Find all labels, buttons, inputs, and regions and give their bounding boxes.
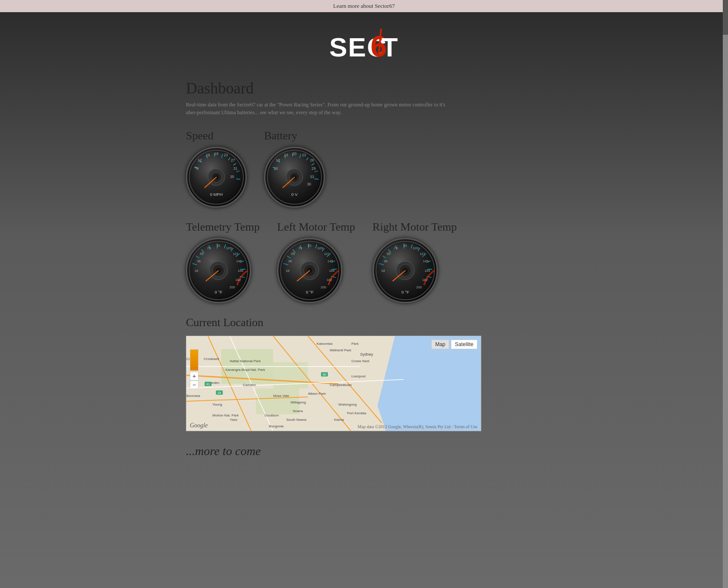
svg-text:18: 18 bbox=[286, 269, 290, 273]
zoom-in-button[interactable]: + bbox=[190, 372, 199, 380]
speed-label: Speed bbox=[186, 129, 214, 142]
left-motor-temp-gauge-svg: 18 36 55 73 91 109 127 145 164 182 200 bbox=[278, 239, 341, 302]
svg-text:Moss Vale: Moss Vale bbox=[273, 394, 289, 398]
svg-text:0 V: 0 V bbox=[291, 192, 298, 197]
svg-text:Yass: Yass bbox=[230, 418, 237, 422]
battery-gauge-bg: 10 13 16 20 23 26 29 33 36 bbox=[264, 147, 325, 208]
svg-text:Crows Nest: Crows Nest bbox=[351, 359, 370, 363]
svg-text:33: 33 bbox=[310, 175, 314, 179]
svg-text:73: 73 bbox=[207, 246, 211, 250]
svg-text:Mittagong: Mittagong bbox=[291, 400, 306, 404]
zoom-out-button[interactable]: − bbox=[190, 380, 199, 389]
svg-text:73: 73 bbox=[298, 246, 302, 250]
svg-text:127: 127 bbox=[324, 252, 330, 256]
svg-text:TOR: TOR bbox=[381, 32, 399, 62]
left-motor-temp-gauge: 18 36 55 73 91 109 127 145 164 182 200 bbox=[277, 238, 342, 303]
svg-text:91: 91 bbox=[308, 244, 312, 248]
svg-line-82 bbox=[287, 256, 291, 258]
svg-line-36 bbox=[314, 171, 318, 172]
svg-text:18: 18 bbox=[195, 269, 199, 273]
telemetry-temp-label: Telemetry Temp bbox=[186, 221, 260, 234]
svg-text:200: 200 bbox=[321, 285, 326, 289]
svg-text:Camden: Camden bbox=[243, 383, 256, 387]
svg-text:Bungonia: Bungonia bbox=[269, 424, 284, 428]
svg-text:13: 13 bbox=[276, 158, 280, 162]
svg-text:8: 8 bbox=[197, 166, 199, 171]
svg-text:182: 182 bbox=[327, 278, 332, 282]
svg-text:55: 55 bbox=[387, 252, 390, 256]
svg-text:182: 182 bbox=[422, 278, 427, 282]
svg-text:91: 91 bbox=[217, 244, 221, 248]
svg-text:60: 60 bbox=[323, 373, 326, 376]
svg-text:18: 18 bbox=[381, 269, 385, 273]
svg-text:164: 164 bbox=[238, 269, 244, 273]
svg-line-33 bbox=[300, 154, 301, 158]
svg-text:0 °F: 0 °F bbox=[401, 290, 409, 294]
map-view-button[interactable]: Map bbox=[431, 340, 449, 349]
svg-text:Wollongong: Wollongong bbox=[338, 403, 357, 406]
svg-text:23: 23 bbox=[302, 153, 306, 157]
svg-text:109: 109 bbox=[226, 246, 232, 250]
svg-line-35 bbox=[311, 163, 314, 165]
svg-line-12 bbox=[236, 171, 239, 172]
location-title: Current Location bbox=[186, 316, 542, 329]
svg-text:91: 91 bbox=[403, 244, 407, 248]
svg-text:27: 27 bbox=[231, 158, 235, 162]
svg-line-11 bbox=[233, 163, 236, 165]
location-section: Current Location bbox=[186, 316, 542, 431]
svg-line-81 bbox=[284, 264, 288, 265]
more-text: ...more to come bbox=[186, 444, 542, 458]
logo: SEC 6 TOR bbox=[329, 25, 399, 66]
svg-text:127: 127 bbox=[233, 252, 238, 256]
map-zoom-controls: + − bbox=[190, 349, 199, 389]
svg-text:73: 73 bbox=[394, 246, 397, 250]
page-subtitle: Real-time data from the Sector67 car at … bbox=[186, 101, 447, 116]
right-motor-temp-gauge-svg: 18 36 55 73 91 109 127 145 164 182 200 bbox=[374, 239, 437, 302]
svg-text:127: 127 bbox=[420, 252, 425, 256]
svg-text:Nowra: Nowra bbox=[293, 409, 303, 413]
svg-text:26: 26 bbox=[310, 158, 314, 162]
svg-text:55: 55 bbox=[200, 252, 204, 256]
map-attribution: Map data ©2012 Google, Whereis(R), Sensi… bbox=[357, 424, 477, 429]
svg-line-58 bbox=[225, 244, 225, 248]
svg-text:23: 23 bbox=[224, 153, 228, 157]
svg-text:12: 12 bbox=[198, 158, 202, 162]
svg-line-53 bbox=[192, 264, 197, 265]
left-motor-temp-label: Left Motor Temp bbox=[277, 221, 355, 234]
svg-line-37 bbox=[314, 179, 319, 179]
map-logo: Google bbox=[190, 422, 208, 429]
telemetry-temp-section: Telemetry Temp bbox=[186, 221, 260, 303]
scrollbar[interactable] bbox=[723, 0, 728, 588]
svg-text:145: 145 bbox=[236, 259, 242, 263]
svg-text:Campbelltown: Campbelltown bbox=[330, 383, 352, 387]
svg-text:36: 36 bbox=[288, 259, 292, 263]
scrollbar-thumb[interactable] bbox=[723, 0, 728, 35]
battery-section: Battery bbox=[264, 129, 325, 208]
svg-line-86 bbox=[316, 244, 317, 248]
svg-text:200: 200 bbox=[229, 285, 235, 289]
satellite-view-button[interactable]: Satellite bbox=[451, 340, 477, 349]
svg-text:16: 16 bbox=[284, 153, 288, 157]
svg-text:20: 20 bbox=[292, 152, 297, 156]
svg-text:29: 29 bbox=[311, 166, 316, 171]
svg-text:164: 164 bbox=[424, 269, 430, 273]
svg-text:164: 164 bbox=[329, 269, 335, 273]
svg-text:145: 145 bbox=[423, 259, 428, 263]
page-title: Dashboard bbox=[186, 79, 542, 97]
telemetry-temp-gauge: 18 36 55 73 91 109 127 145 164 182 200 bbox=[186, 238, 251, 303]
top-bar: Learn more about Sector67 bbox=[0, 0, 728, 12]
logo-area: SEC 6 TOR bbox=[0, 12, 728, 70]
svg-text:Kanangra-Boyd Nat. Park: Kanangra-Boyd Nat. Park bbox=[225, 368, 265, 372]
svg-text:Katoomba: Katoomba bbox=[317, 342, 333, 346]
svg-text:182: 182 bbox=[235, 278, 241, 282]
map-svg: Sydney Liverpool Campbelltown Crows Nest… bbox=[186, 336, 481, 431]
svg-line-13 bbox=[236, 179, 241, 179]
svg-text:35: 35 bbox=[230, 175, 235, 179]
svg-text:Sydney: Sydney bbox=[360, 352, 374, 357]
svg-text:Wetherill Park: Wetherill Park bbox=[330, 348, 352, 352]
speed-gauge-svg: 4 8 12 16 19 23 27 31 35 bbox=[187, 148, 245, 206]
speed-gauge: 4 8 12 16 19 23 27 31 35 bbox=[186, 147, 247, 208]
speed-gauge-bg: 4 8 12 16 19 23 27 31 35 bbox=[186, 147, 247, 208]
temp-gauges-row: Telemetry Temp bbox=[186, 221, 542, 303]
top-bar-link[interactable]: Learn more about Sector67 bbox=[333, 3, 395, 9]
